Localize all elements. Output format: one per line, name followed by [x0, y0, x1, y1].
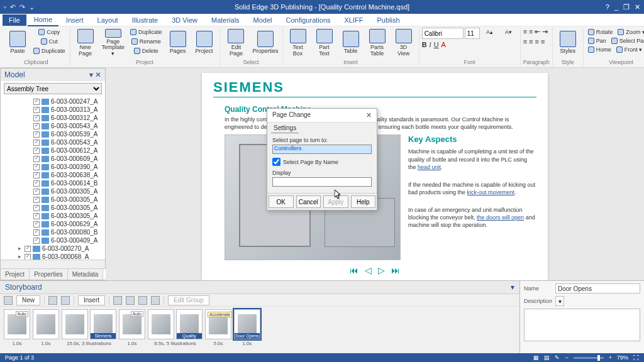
- tree-node[interactable]: ▸✓6-003-000270_A: [4, 244, 105, 253]
- assembly-tree-selector[interactable]: Assembly Tree: [4, 83, 102, 94]
- sb-grid1-icon[interactable]: [113, 296, 122, 305]
- help-button[interactable]: Help: [351, 195, 376, 208]
- pan-button[interactable]: Pan: [586, 36, 608, 45]
- sb-thumb[interactable]: Accelerate: [205, 309, 231, 339]
- tab-file[interactable]: File: [3, 14, 26, 26]
- tree-node[interactable]: ✓6-003-000305_A: [4, 187, 105, 195]
- sb-thumb[interactable]: [62, 309, 88, 339]
- assembly-tree[interactable]: ✓6-003-000247_A✓6-003-000313_A✓6-003-000…: [1, 96, 105, 260]
- cancel-button[interactable]: Cancel: [296, 195, 321, 208]
- tree-node[interactable]: ✓6-003-000638_A: [4, 171, 105, 179]
- table-button[interactable]: Table: [338, 28, 364, 58]
- zoom-out-button[interactable]: −: [565, 354, 568, 361]
- properties-button[interactable]: Properties: [251, 28, 279, 58]
- qat-dropdown[interactable]: ⌄: [29, 3, 35, 11]
- sb-grid2-icon[interactable]: [126, 296, 135, 305]
- sb-del-icon[interactable]: [61, 296, 70, 305]
- sb-grid3-icon[interactable]: [138, 296, 147, 305]
- tree-node[interactable]: ✓6-003-000305_A: [4, 212, 105, 220]
- nav-first-icon[interactable]: ⏮: [350, 265, 358, 275]
- select-by-name-checkbox[interactable]: [272, 158, 280, 166]
- 3dview-button[interactable]: 3D View: [391, 28, 416, 58]
- page-template-button[interactable]: Page Template ▾: [99, 28, 128, 58]
- tree-node[interactable]: ✓6-003-000312_A: [4, 114, 105, 122]
- tab-insert[interactable]: Insert: [60, 14, 90, 26]
- page-rename-button[interactable]: Rename: [128, 37, 164, 46]
- indent-dec[interactable]: ⇤: [535, 28, 540, 36]
- bold-button[interactable]: B: [422, 41, 427, 48]
- sb-grid4-icon[interactable]: [151, 296, 160, 305]
- tree-node[interactable]: ✓6-003-000614_B: [4, 179, 105, 187]
- select-page-dropdown[interactable]: Controllers: [272, 145, 372, 154]
- sb-thumb[interactable]: [4, 309, 30, 339]
- zoom-slider[interactable]: [574, 357, 604, 359]
- select-parts-button[interactable]: Select Parts ▾: [609, 36, 644, 45]
- tree-node[interactable]: ✓6-003-000543_A: [4, 138, 105, 146]
- sb-editgroup-button[interactable]: Edit Group: [168, 295, 209, 305]
- storyboard-strip[interactable]: 1.0s1.0sSiemens15.0s, 3 Illustrations1.0…: [0, 307, 519, 353]
- font-name-input[interactable]: [422, 28, 464, 39]
- zoom-in-button[interactable]: +: [609, 354, 612, 361]
- apply-button[interactable]: Apply: [323, 195, 348, 208]
- align-right[interactable]: ≡: [535, 38, 538, 45]
- tab-publish[interactable]: Publish: [370, 14, 406, 26]
- copy-button[interactable]: Copy: [31, 28, 67, 36]
- tab-illustrate[interactable]: Illustrate: [126, 14, 165, 26]
- ok-button[interactable]: OK: [269, 195, 294, 208]
- project-button[interactable]: Project: [192, 28, 217, 58]
- indent-inc[interactable]: ⇥: [542, 28, 548, 36]
- tree-node[interactable]: ▸✓6-003-000068_A: [4, 253, 105, 260]
- prop-desc-toggle[interactable]: ▾: [555, 296, 564, 306]
- prop-name-input[interactable]: Door Opens: [555, 283, 640, 293]
- sb-dup-icon[interactable]: [48, 296, 57, 305]
- status-view-icon[interactable]: ▦: [533, 354, 539, 361]
- sb-newpage-icon[interactable]: [4, 296, 13, 305]
- panel-pin-icon[interactable]: ▾: [89, 70, 93, 79]
- status-pencil-icon[interactable]: ✎: [555, 354, 560, 361]
- styles-button[interactable]: Styles: [555, 28, 580, 58]
- tab-configurations[interactable]: Configurations: [280, 14, 337, 26]
- minimize-button[interactable]: _: [614, 3, 618, 11]
- status-layout-icon[interactable]: ▤: [544, 354, 550, 361]
- zoom-button[interactable]: Zoom ▾: [616, 28, 644, 36]
- tree-node[interactable]: ✓6-003-000247_A: [4, 97, 105, 106]
- duplicate-button[interactable]: Duplicate: [31, 47, 67, 55]
- nav-last-icon[interactable]: ⏭: [391, 265, 400, 275]
- save-icon[interactable]: ▫: [4, 3, 6, 11]
- tree-node[interactable]: ✓6-003-000539_A: [4, 130, 105, 138]
- textbox-button[interactable]: Text Box: [286, 28, 311, 58]
- bullets-button[interactable]: ≡: [523, 28, 527, 36]
- italic-button[interactable]: I: [430, 41, 431, 48]
- partstable-button[interactable]: Parts Table: [365, 28, 390, 58]
- sb-thumb[interactable]: [119, 309, 145, 339]
- numbering-button[interactable]: ≡: [529, 28, 533, 36]
- pages-button[interactable]: Pages: [165, 28, 191, 58]
- tree-node[interactable]: ✓6-003-000543_A: [4, 122, 105, 130]
- tree-node[interactable]: ✓6-003-000305_A: [4, 204, 105, 212]
- head-unit-link[interactable]: head unit: [418, 164, 441, 170]
- tab-metadata[interactable]: Metadata: [68, 269, 104, 280]
- help-button[interactable]: ?: [606, 3, 609, 11]
- grow-font[interactable]: A▴: [481, 28, 499, 36]
- cut-button[interactable]: Cut: [31, 37, 67, 46]
- dialog-tab-settings[interactable]: Settings: [271, 124, 299, 133]
- panel-close-icon[interactable]: ✕: [95, 70, 101, 79]
- tab-layout[interactable]: Layout: [91, 14, 125, 26]
- tree-node[interactable]: ✓6-003-000080_B: [4, 228, 105, 236]
- undo-icon[interactable]: ↶: [10, 3, 16, 11]
- tab-3dview[interactable]: 3D View: [165, 14, 204, 26]
- kickout-link[interactable]: kick-out movement: [467, 189, 515, 195]
- tab-home[interactable]: Home: [28, 14, 58, 26]
- storyboard-dropdown-icon[interactable]: ▾: [511, 283, 514, 292]
- parttext-button[interactable]: Part Text: [312, 28, 337, 58]
- maximize-button[interactable]: ❐: [623, 3, 630, 11]
- sb-thumb[interactable]: [148, 309, 174, 339]
- tree-node[interactable]: ✓6-003-000409_A: [4, 236, 105, 244]
- close-button[interactable]: ✕: [635, 3, 640, 11]
- align-justify[interactable]: ≡: [541, 38, 545, 45]
- new-page-button[interactable]: New Page: [73, 28, 98, 58]
- tree-hscroll[interactable]: [1, 260, 105, 268]
- doors-open-link[interactable]: the doors will open: [477, 214, 524, 221]
- sb-thumb[interactable]: [33, 309, 59, 339]
- front-button[interactable]: Front ▾: [614, 45, 644, 54]
